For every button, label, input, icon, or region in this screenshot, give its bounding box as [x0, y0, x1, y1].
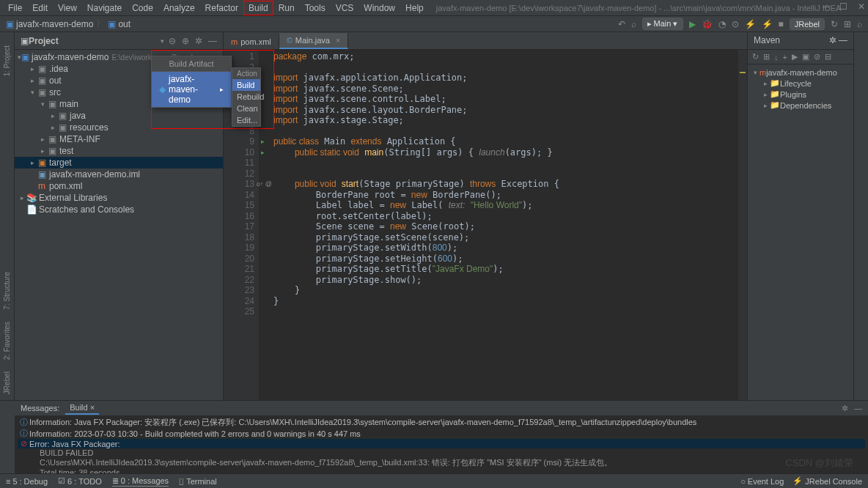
message-line[interactable]: ⓘInformation: 2023-07-03 10:30 - Build c… — [18, 428, 865, 439]
maven-dependencies[interactable]: ▸📁Dependencies — [751, 100, 850, 111]
action-rebuild[interactable]: Rebuild — [232, 91, 260, 103]
update-icon[interactable]: ↻ — [831, 19, 838, 29]
menu-tools[interactable]: Tools — [300, 1, 331, 15]
tree-arrow-icon[interactable]: ▸ — [18, 194, 26, 202]
menu-navigate[interactable]: Navigate — [82, 1, 127, 15]
execute-icon[interactable]: ▣ — [802, 52, 809, 62]
debug-icon[interactable]: 🐞 — [702, 19, 713, 29]
search-icon[interactable]: ⌕ — [631, 19, 636, 29]
msg-settings-icon[interactable]: ✲ — [842, 404, 848, 413]
tab-pom[interactable]: m pom.xml — [224, 34, 279, 49]
tab-main-java[interactable]: © Main.java × — [279, 33, 349, 49]
tree-arrow-icon[interactable]: ▾ — [38, 100, 47, 108]
tree-root-label[interactable]: javafx-maven-demo — [32, 52, 108, 62]
message-line[interactable]: ⊘Error: Java FX Packager: — [18, 439, 865, 448]
tree-arrow-icon[interactable]: ▸ — [28, 65, 37, 73]
tree-item[interactable]: ▸▣resources — [15, 122, 223, 133]
tree-item[interactable]: ▸▣META-INF — [15, 133, 223, 145]
message-line[interactable]: ⓘInformation: Java FX Packager: 安装程序 (.e… — [18, 417, 865, 428]
tree-arrow-icon[interactable]: ▸ — [28, 159, 37, 166]
menu-analyze[interactable]: Analyze — [158, 1, 200, 15]
breadcrumb-project[interactable]: javafx-maven-demo — [16, 19, 93, 29]
action-edit[interactable]: Edit... — [232, 114, 260, 126]
build-tab[interactable]: Build × — [65, 402, 99, 415]
tool-terminal[interactable]: ⌷ Terminal — [179, 477, 217, 486]
maven-plugins[interactable]: ▸📁Plugins — [751, 89, 850, 100]
warning-mark[interactable] — [740, 72, 746, 73]
settings-icon[interactable]: ✲ — [195, 36, 202, 46]
layout-icon[interactable]: ⊞ — [844, 19, 851, 29]
minimize-icon[interactable]: ─ — [823, 1, 829, 12]
event-log[interactable]: ○ Event Log — [740, 476, 784, 486]
tree-item[interactable]: ▸▣target — [15, 157, 223, 169]
gutter-project[interactable]: 1: Project — [3, 45, 11, 76]
gutter-favorites[interactable]: 2: Favorites — [3, 322, 11, 360]
maven-root[interactable]: ▾ m javafx-maven-demo — [751, 67, 850, 78]
collapse-all-icon[interactable]: ⊟ — [825, 52, 831, 62]
menu-help[interactable]: Help — [400, 1, 429, 15]
generate-icon[interactable]: ⊞ — [763, 52, 770, 62]
tool-todo[interactable]: ☑ 6: TODO — [58, 476, 102, 486]
close-icon[interactable]: ✕ — [858, 1, 865, 12]
code-editor[interactable]: package com.mrx; import javafx.applicati… — [259, 50, 738, 400]
reimport-icon[interactable]: ↻ — [752, 52, 759, 62]
add-icon[interactable]: + — [783, 53, 787, 62]
project-dropdown-icon[interactable]: ▾ — [161, 37, 164, 45]
magnifier-icon[interactable]: ⌕ — [857, 19, 862, 29]
menu-view[interactable]: View — [53, 1, 82, 15]
action-build[interactable]: Build — [232, 79, 260, 91]
error-stripe[interactable] — [738, 50, 747, 400]
jrebel-console[interactable]: ⚡ JRebel Console — [792, 476, 862, 486]
maven-lifecycle[interactable]: ▸📁Lifecycle — [751, 78, 850, 89]
download-icon[interactable]: ↓ — [774, 53, 779, 62]
coverage-icon[interactable]: ◔ — [718, 19, 726, 29]
toggle-icon[interactable]: ⊘ — [814, 52, 820, 62]
menu-window[interactable]: Window — [358, 1, 400, 15]
tree-arrow-icon[interactable]: ▸ — [48, 112, 57, 119]
jrebel-debug-icon[interactable]: ⚡ — [762, 19, 773, 29]
run-icon[interactable]: ▶ — [689, 19, 696, 29]
jrebel-run-icon[interactable]: ⚡ — [745, 19, 756, 29]
tree-item[interactable]: mpom.xml — [15, 180, 223, 192]
tree-arrow-icon[interactable]: ▸ — [48, 124, 57, 131]
menu-edit[interactable]: Edit — [27, 1, 53, 15]
artifact-item[interactable]: ◆ javafx-maven-demo ▸ — [152, 72, 231, 107]
tab-close-icon[interactable]: × — [336, 36, 340, 45]
gutter-structure[interactable]: 7: Structure — [3, 272, 11, 310]
tree-arrow-icon[interactable]: ▸ — [28, 77, 37, 84]
tree-arrow-icon[interactable]: ▸ — [38, 136, 47, 143]
tool-messages[interactable]: ≣ 0: Messages — [112, 476, 169, 487]
hide-icon[interactable]: — — [208, 36, 217, 46]
tree-arrow-icon[interactable]: ▾ — [28, 89, 37, 96]
messages-content[interactable]: ⓘInformation: Java FX Packager: 安装程序 (.e… — [15, 415, 868, 473]
message-line[interactable]: BUILD FAILED — [18, 448, 865, 457]
tool-debug[interactable]: ≡ 5: Debug — [6, 477, 48, 486]
tree-item[interactable]: ▸▣java — [15, 110, 223, 122]
action-clean[interactable]: Clean — [232, 103, 260, 114]
gutter-jrebel[interactable]: JRebel — [3, 371, 11, 394]
maven-settings-icon[interactable]: ✲ — — [829, 35, 847, 46]
collapse-icon[interactable]: ⊖ — [169, 36, 176, 46]
menu-code[interactable]: Code — [127, 1, 158, 15]
external-libraries[interactable]: External Libraries — [39, 193, 107, 203]
tree-arrow-icon[interactable]: ▸ — [38, 147, 47, 155]
run-config-selector[interactable]: ▸ Main ▾ — [642, 18, 683, 30]
menu-build[interactable]: Build — [243, 1, 273, 15]
jrebel-badge[interactable]: JRebel — [790, 18, 825, 30]
msg-hide-icon[interactable]: — — [854, 404, 862, 413]
locate-icon[interactable]: ⊕ — [182, 36, 189, 46]
profile-icon[interactable]: ⊙ — [732, 19, 739, 29]
menu-refactor[interactable]: Refactor — [200, 1, 243, 15]
message-line[interactable]: C:\Users\MXH\.IntelliJIdea2019.3\system\… — [18, 457, 865, 468]
message-line[interactable]: Total time: 38 seconds — [18, 468, 865, 473]
tree-item[interactable]: ▸▣test — [15, 145, 223, 157]
menu-vcs[interactable]: VCS — [331, 1, 359, 15]
stop-icon[interactable]: ■ — [779, 19, 784, 29]
run-maven-icon[interactable]: ▶ — [792, 52, 798, 62]
maximize-icon[interactable]: ☐ — [839, 1, 847, 12]
scratches[interactable]: Scratches and Consoles — [39, 204, 134, 215]
breadcrumb-folder[interactable]: out — [118, 19, 130, 29]
menu-file[interactable]: File — [3, 1, 27, 15]
menu-run[interactable]: Run — [273, 1, 300, 15]
back-icon[interactable]: ↶ — [618, 19, 625, 29]
